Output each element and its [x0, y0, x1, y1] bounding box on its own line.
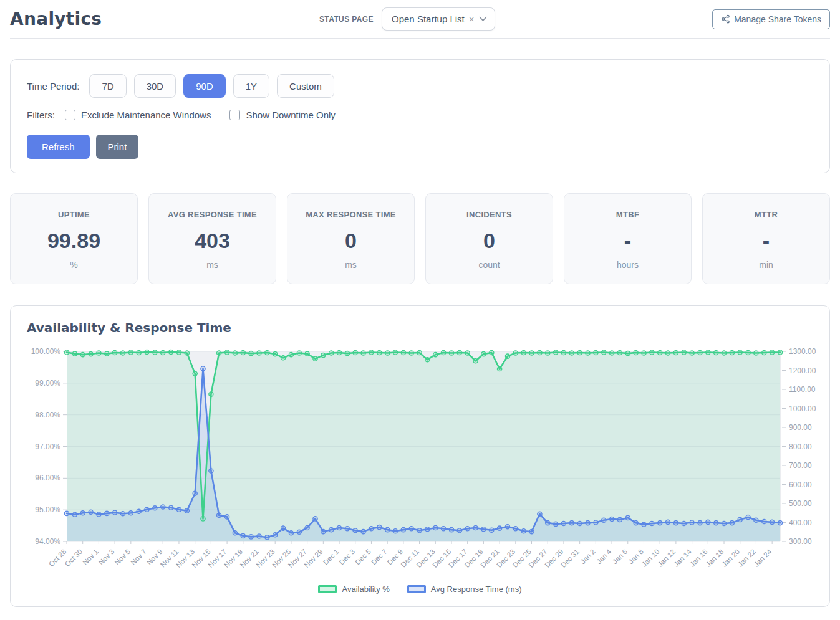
data-point-marker: [305, 525, 309, 530]
data-point-marker: [665, 351, 670, 355]
time-period-1y-button[interactable]: 1Y: [233, 74, 269, 98]
data-point-marker: [217, 351, 221, 355]
stat-label: UPTIME: [16, 210, 132, 219]
stat-value: 99.89: [16, 229, 132, 253]
left-axis-tick-label: 96.00%: [35, 474, 60, 482]
right-axis-tick-label: 1300.00: [789, 347, 816, 356]
status-page-select[interactable]: Open Startup List ×: [382, 7, 495, 31]
data-point-marker: [577, 350, 582, 355]
data-point-marker: [265, 350, 269, 355]
data-point-marker: [281, 526, 286, 530]
x-axis-tick-label: Dec 1: [322, 548, 340, 566]
right-axis-tick-label: 500.00: [789, 499, 812, 508]
data-point-marker: [385, 351, 390, 355]
data-point-marker: [241, 533, 245, 538]
stat-unit: hours: [569, 260, 686, 270]
data-point-marker: [650, 350, 654, 355]
data-point-marker: [682, 521, 686, 525]
time-period-30d-button[interactable]: 30D: [134, 74, 176, 98]
data-point-marker: [538, 512, 542, 516]
data-point-marker: [273, 352, 278, 356]
data-point-marker: [97, 351, 101, 355]
data-point-marker: [113, 350, 117, 355]
legend-item[interactable]: Avg Response Time (ms): [407, 584, 522, 594]
checkbox-icon[interactable]: [65, 110, 75, 120]
data-point-marker: [321, 353, 326, 358]
data-point-marker: [89, 510, 93, 514]
data-point-marker: [353, 350, 357, 355]
data-point-marker: [105, 351, 109, 356]
time-period-custom-button[interactable]: Custom: [277, 74, 334, 98]
data-point-marker: [754, 351, 758, 355]
data-point-marker: [145, 350, 149, 354]
data-point-marker: [473, 359, 478, 363]
data-point-marker: [433, 353, 438, 357]
data-point-marker: [642, 351, 646, 355]
clear-x-icon[interactable]: ×: [469, 14, 475, 24]
data-point-marker: [393, 350, 397, 355]
stat-unit: ms: [154, 260, 271, 270]
manage-share-tokens-button[interactable]: Manage Share Tokens: [712, 9, 830, 29]
chart-svg: 100.00%99.00%98.00%97.00%96.00%95.00%94.…: [27, 343, 816, 582]
stat-value: 0: [292, 229, 409, 253]
x-axis-tick-label: Dec 5: [354, 548, 372, 566]
stat-card-mttr: MTTR-min: [702, 193, 830, 284]
data-point-marker: [442, 350, 446, 355]
data-point-marker: [128, 350, 133, 355]
data-point-marker: [120, 512, 125, 516]
data-point-marker: [417, 350, 422, 355]
right-axis-tick-label: 400.00: [789, 518, 812, 527]
time-period-7d-button[interactable]: 7D: [89, 74, 126, 98]
filter-checkbox-item[interactable]: Exclude Maintenance Windows: [65, 110, 211, 120]
refresh-button[interactable]: Refresh: [27, 135, 90, 159]
left-axis-tick-label: 94.00%: [35, 537, 60, 546]
data-point-marker: [425, 527, 430, 532]
data-point-marker: [505, 525, 509, 529]
data-point-marker: [714, 521, 718, 525]
data-point-marker: [137, 350, 141, 355]
filter-checkbox-item[interactable]: Show Downtime Only: [229, 110, 335, 120]
time-period-90d-button[interactable]: 90D: [183, 74, 226, 98]
legend-label: Avg Response Time (ms): [431, 584, 522, 594]
data-point-marker: [505, 354, 509, 358]
left-axis-tick-label: 100.00%: [31, 347, 61, 356]
data-point-marker: [345, 527, 349, 531]
data-point-marker: [690, 520, 694, 525]
right-axis-tick-label: 800.00: [789, 442, 812, 451]
legend-item[interactable]: Availability %: [318, 584, 389, 594]
data-point-marker: [554, 350, 558, 355]
data-point-marker: [305, 351, 309, 356]
data-point-marker: [554, 522, 558, 526]
right-axis-tick-label: 1000.00: [789, 404, 816, 413]
time-period-label: Time Period:: [27, 81, 79, 92]
stat-value: 403: [154, 229, 271, 253]
data-point-marker: [201, 517, 205, 521]
data-point-marker: [673, 350, 678, 355]
time-period-row: Time Period: 7D30D90D1YCustom: [27, 74, 813, 98]
data-point-marker: [634, 521, 638, 525]
stat-label: MTBF: [569, 210, 686, 219]
data-point-marker: [89, 352, 93, 356]
left-axis-tick-label: 97.00%: [35, 442, 60, 451]
chevron-down-icon[interactable]: [479, 16, 487, 22]
data-point-marker: [722, 351, 726, 355]
data-point-marker: [521, 529, 526, 533]
print-button[interactable]: Print: [96, 135, 139, 159]
data-point-marker: [569, 351, 574, 355]
data-point-marker: [289, 531, 293, 535]
checkbox-label: Exclude Maintenance Windows: [81, 110, 211, 120]
data-point-marker: [602, 350, 606, 355]
stat-value: -: [708, 229, 824, 253]
filter-panel: Time Period: 7D30D90D1YCustom Filters: E…: [10, 59, 830, 173]
x-axis-tick-label: Oct 28: [47, 548, 67, 568]
data-point-marker: [673, 521, 678, 525]
data-point-marker: [289, 353, 293, 357]
data-point-marker: [225, 515, 229, 519]
checkbox-label: Show Downtime Only: [246, 110, 335, 120]
checkbox-icon[interactable]: [229, 110, 240, 120]
data-point-marker: [682, 350, 686, 355]
data-point-marker: [145, 507, 149, 512]
data-point-marker: [361, 351, 365, 355]
data-point-marker: [738, 517, 742, 522]
chart-title: Availability & Response Time: [27, 320, 813, 335]
